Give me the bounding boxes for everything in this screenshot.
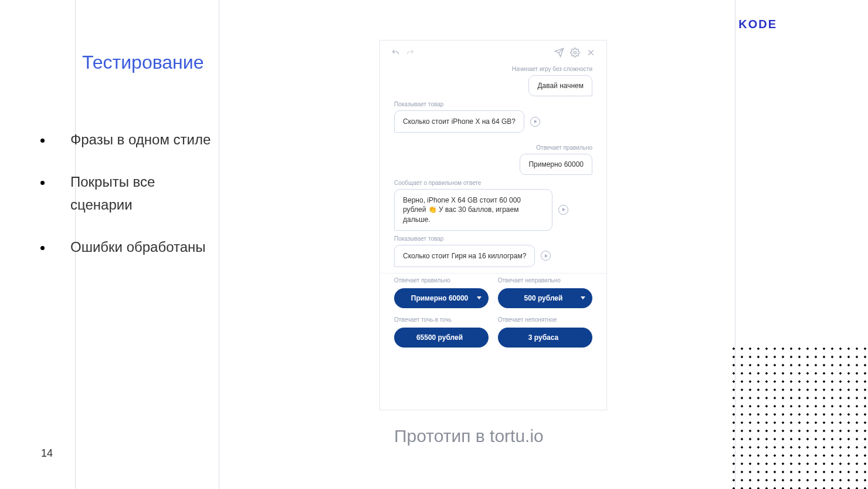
slide-title: Тестирование xyxy=(82,52,204,73)
gear-icon[interactable] xyxy=(570,48,580,58)
bot-bubble: Примерно 60000 xyxy=(520,154,592,175)
option-pill[interactable]: Примерно 60000 xyxy=(394,288,489,308)
bullet-item: Ошибки обработаны xyxy=(53,236,211,258)
pill-text: 3 рубаса xyxy=(528,333,558,342)
close-icon[interactable] xyxy=(586,48,596,58)
meta-label: Сообщает о правильном ответе xyxy=(394,180,592,186)
play-icon[interactable] xyxy=(558,205,568,215)
prototype-toolbar xyxy=(380,41,606,63)
bullet-item: Фразы в одном стиле xyxy=(53,129,211,151)
meta-label: Начинает игру без сложности xyxy=(394,66,592,72)
separator xyxy=(380,273,606,274)
bot-bubble: Давай начнем xyxy=(528,75,592,96)
meta-label: Показывает товар xyxy=(394,235,592,242)
option-label: Отвечает точь-в точь xyxy=(394,316,489,323)
option-pill[interactable]: 500 рублей xyxy=(498,288,592,308)
bullet-item: Покрыты все сценарии xyxy=(53,171,211,216)
svg-point-0 xyxy=(574,51,576,53)
pill-text: Примерно 60000 xyxy=(411,294,469,302)
figure-caption: Прототип в tortu.io xyxy=(394,426,544,446)
page-number: 14 xyxy=(41,447,53,460)
pill-text: 500 рублей xyxy=(524,294,563,302)
user-bubble: Сколько стоит Гиря на 16 киллограм? xyxy=(394,245,535,267)
meta-label: Показывает товар xyxy=(394,101,592,107)
option-label: Отвечает непонятное xyxy=(498,316,592,323)
chevron-down-icon xyxy=(581,296,585,299)
divider-mid xyxy=(219,0,219,489)
option-pill[interactable]: 65500 рублей xyxy=(394,328,489,348)
option-pill[interactable]: 3 рубаса xyxy=(498,328,592,348)
bullet-list: Фразы в одном стиле Покрыты все сценарии… xyxy=(53,129,211,279)
redo-icon[interactable] xyxy=(405,48,415,58)
chevron-down-icon xyxy=(477,296,482,299)
play-icon[interactable] xyxy=(530,117,540,127)
pill-text: 65500 рублей xyxy=(416,333,463,342)
user-bubble: Сколько стоит iPhone X на 64 GB? xyxy=(394,110,524,133)
meta-label: Отвечает правильно xyxy=(394,144,592,151)
brand-logo: KODE xyxy=(738,18,777,31)
play-icon[interactable] xyxy=(541,251,551,261)
option-label: Отвечает правильно xyxy=(394,277,489,284)
prototype-panel: Начинает игру без сложности Давай начнем… xyxy=(379,40,607,410)
decorative-dots xyxy=(727,342,868,489)
user-bubble: Верно, iPhone X 64 GB стоит 60 000 рубле… xyxy=(394,189,552,231)
undo-icon[interactable] xyxy=(391,48,401,58)
option-label: Отвечает неправильно xyxy=(498,277,592,284)
send-icon[interactable] xyxy=(554,48,564,58)
